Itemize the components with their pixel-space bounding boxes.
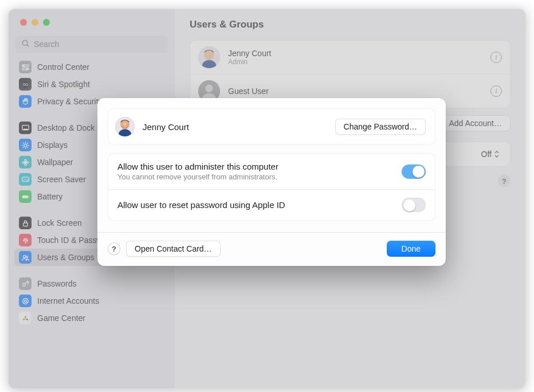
sheet-user-header: Jenny Court Change Password… [108, 108, 435, 145]
open-contact-card-button[interactable]: Open Contact Card… [126, 241, 221, 257]
sheet-footer: ? Open Contact Card… Done [108, 241, 435, 257]
avatar [115, 117, 135, 136]
reset-option-row: Allow user to reset password using Apple… [108, 189, 435, 220]
change-password-button[interactable]: Change Password… [335, 119, 426, 135]
done-button[interactable]: Done [387, 241, 435, 257]
admin-option-sublabel: You cannot remove yourself from administ… [117, 173, 278, 181]
admin-option-label: Allow this user to administer this compu… [117, 162, 278, 171]
sheet-help-button[interactable]: ? [108, 242, 120, 255]
reset-option-label: Allow user to reset password using Apple… [117, 200, 285, 210]
reset-toggle[interactable] [402, 198, 426, 212]
svg-point-43 [120, 120, 129, 129]
admin-toggle[interactable] [402, 164, 426, 179]
sheet-user-name: Jenny Court [143, 122, 327, 132]
sheet-options: Allow this user to administer this compu… [108, 153, 435, 221]
admin-option-row: Allow this user to administer this compu… [108, 154, 435, 189]
separator [97, 232, 446, 233]
user-detail-sheet: Jenny Court Change Password… Allow this … [97, 98, 446, 266]
